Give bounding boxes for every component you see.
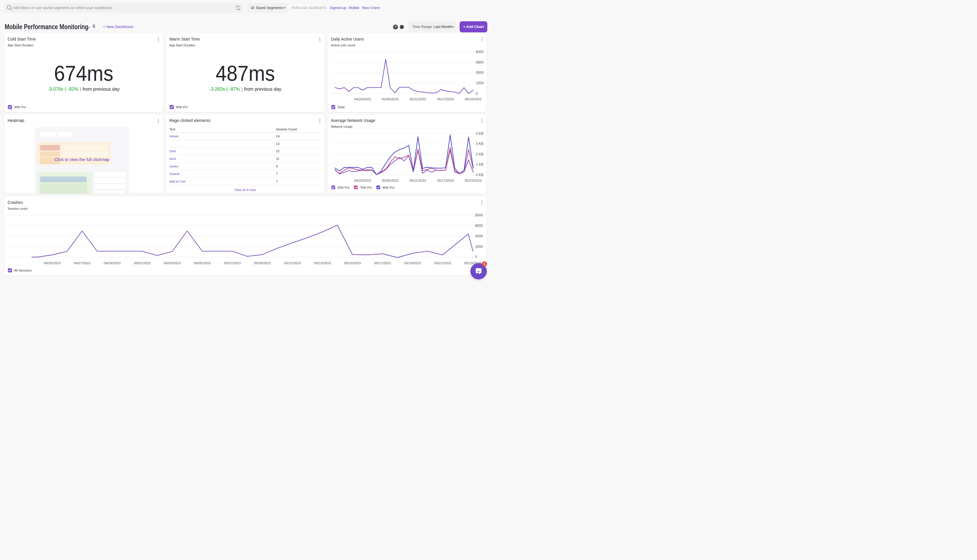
svg-text:?: ?	[395, 25, 396, 28]
